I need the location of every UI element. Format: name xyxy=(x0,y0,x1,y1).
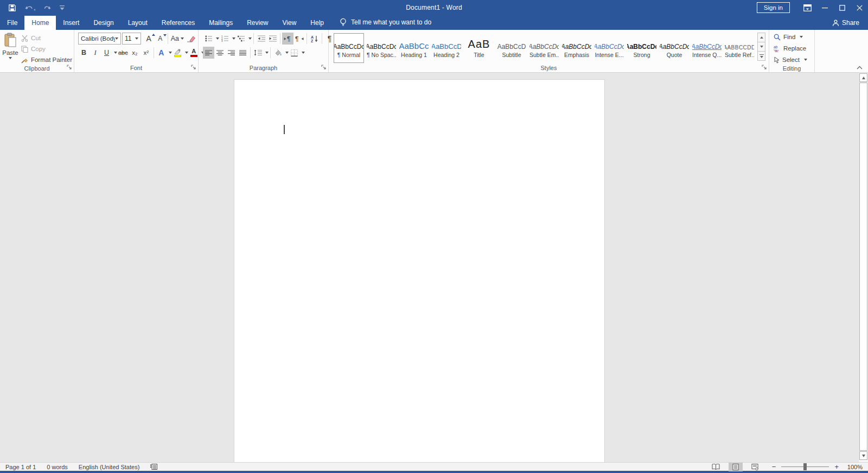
multilevel-dropdown-icon[interactable] xyxy=(248,37,252,40)
style-normal[interactable]: AaBbCcDc ¶ Normal xyxy=(334,33,364,63)
styles-gallery-scroll-down[interactable] xyxy=(757,42,765,52)
style-subtitle[interactable]: AaBbCcD Subtitle xyxy=(496,33,527,63)
customize-quick-access-icon[interactable] xyxy=(60,5,65,10)
style-intense-emphasis[interactable]: AaBbCcDc Intense E... xyxy=(594,33,624,63)
superscript-button[interactable]: x² xyxy=(141,47,152,59)
tab-review[interactable]: Review xyxy=(240,16,275,30)
tab-references[interactable]: References xyxy=(155,16,202,30)
font-dialog-launcher-icon[interactable] xyxy=(191,65,196,70)
tab-file[interactable]: File xyxy=(0,16,24,30)
tell-me-box[interactable]: Tell me what you want to do xyxy=(340,18,431,30)
tab-view[interactable]: View xyxy=(276,16,304,30)
replace-button[interactable]: abac Replace xyxy=(774,43,811,53)
tab-help[interactable]: Help xyxy=(303,16,331,30)
minimize-button[interactable] xyxy=(816,0,833,15)
paste-button[interactable]: Paste xyxy=(2,31,19,65)
style-subtle-emphasis[interactable]: AaBbCcDc Subtle Em... xyxy=(529,33,559,63)
underline-button[interactable]: U xyxy=(101,47,112,59)
align-left-button[interactable] xyxy=(203,47,214,59)
bullets-button[interactable] xyxy=(203,33,214,45)
justify-button[interactable] xyxy=(237,47,248,59)
save-icon[interactable] xyxy=(8,4,16,12)
rtl-text-direction-button[interactable]: ¶ xyxy=(293,33,305,45)
read-mode-button[interactable] xyxy=(709,463,723,471)
tab-insert[interactable]: Insert xyxy=(56,16,86,30)
paste-dropdown-icon[interactable] xyxy=(9,57,12,59)
zoom-slider[interactable] xyxy=(781,466,829,467)
numbering-button[interactable]: 123 xyxy=(219,33,231,45)
tab-mailings[interactable]: Mailings xyxy=(202,16,240,30)
strikethrough-button[interactable]: abc xyxy=(117,47,129,59)
text-effects-button[interactable]: A xyxy=(156,47,167,59)
maximize-button[interactable] xyxy=(833,0,851,15)
vertical-scrollbar[interactable] xyxy=(858,73,868,462)
style-heading-1[interactable]: AaBbCc Heading 1 xyxy=(399,33,429,63)
scrollbar-up-arrow[interactable] xyxy=(859,73,867,82)
align-center-button[interactable] xyxy=(214,47,226,59)
collapse-ribbon-button[interactable] xyxy=(857,66,863,70)
format-painter-button[interactable]: Format Painter xyxy=(21,55,72,65)
grow-font-button[interactable]: A xyxy=(143,33,155,45)
keyboard-status-icon[interactable] xyxy=(150,464,157,470)
scrollbar-thumb[interactable] xyxy=(859,83,867,451)
italic-button[interactable]: I xyxy=(90,47,101,59)
style-subtle-reference[interactable]: AABBCCDD Subtle Ref... xyxy=(724,33,755,63)
sort-button[interactable]: AZ xyxy=(309,33,320,45)
clipboard-dialog-launcher-icon[interactable] xyxy=(67,65,72,70)
page-indicator[interactable]: Page 1 of 1 xyxy=(5,464,36,470)
subscript-button[interactable]: x₂ xyxy=(129,47,141,59)
close-button[interactable] xyxy=(851,0,868,15)
zoom-slider-thumb[interactable] xyxy=(803,463,807,470)
select-button[interactable]: Select xyxy=(774,55,811,65)
cut-button[interactable]: Cut xyxy=(21,33,72,43)
undo-icon[interactable] xyxy=(24,4,35,11)
change-case-button[interactable]: Aa xyxy=(170,33,185,45)
scrollbar-down-arrow[interactable] xyxy=(859,451,867,460)
multilevel-list-button[interactable] xyxy=(235,33,247,45)
tab-layout[interactable]: Layout xyxy=(121,16,155,30)
style-emphasis[interactable]: AaBbCcDc Emphasis xyxy=(561,33,592,63)
font-family-combo[interactable]: Calibri (Body) xyxy=(78,33,121,45)
font-color-button[interactable]: A xyxy=(188,47,200,59)
shrink-font-button[interactable]: A xyxy=(155,33,166,45)
borders-button[interactable] xyxy=(289,47,300,59)
align-right-button[interactable] xyxy=(226,47,237,59)
document-page[interactable] xyxy=(234,80,604,462)
style-quote[interactable]: AaBbCcDc Quote xyxy=(659,33,690,63)
clear-formatting-button[interactable] xyxy=(185,33,196,45)
style-strong[interactable]: AaBbCcDc Strong xyxy=(627,33,657,63)
style-intense-quote[interactable]: AaBbCcDc Intense Q... xyxy=(692,33,722,63)
language-indicator[interactable]: English (United States) xyxy=(79,464,140,470)
share-button[interactable]: Share xyxy=(832,19,868,30)
styles-dialog-launcher-icon[interactable] xyxy=(762,65,767,70)
shading-button[interactable] xyxy=(272,47,284,59)
zoom-in-button[interactable]: + xyxy=(834,463,839,471)
bold-button[interactable]: B xyxy=(78,47,90,59)
borders-dropdown-icon[interactable] xyxy=(302,52,305,54)
tab-design[interactable]: Design xyxy=(86,16,120,30)
zoom-level[interactable]: 100% xyxy=(844,464,863,470)
line-spacing-dropdown-icon[interactable] xyxy=(265,52,269,54)
ltr-text-direction-button[interactable]: ¶ xyxy=(282,33,293,45)
sign-in-button[interactable]: Sign in xyxy=(757,2,790,13)
increase-indent-button[interactable] xyxy=(267,33,278,45)
styles-gallery-more-button[interactable] xyxy=(757,51,765,61)
word-count[interactable]: 0 words xyxy=(47,464,68,470)
copy-button[interactable]: Copy xyxy=(21,44,72,54)
styles-gallery-scroll-up[interactable] xyxy=(757,33,765,42)
decrease-indent-button[interactable] xyxy=(256,33,267,45)
find-button[interactable]: Find xyxy=(774,32,811,42)
style-no-spacing[interactable]: AaBbCcDc ¶ No Spac... xyxy=(366,33,397,63)
print-layout-button[interactable] xyxy=(729,463,743,471)
web-layout-button[interactable] xyxy=(748,463,762,471)
tab-home[interactable]: Home xyxy=(24,16,56,30)
redo-icon[interactable] xyxy=(43,4,52,11)
ribbon-display-options-icon[interactable] xyxy=(799,0,816,15)
zoom-out-button[interactable]: − xyxy=(772,463,776,471)
style-heading-2[interactable]: AaBbCcD Heading 2 xyxy=(431,33,462,63)
line-spacing-button[interactable] xyxy=(252,47,264,59)
style-title[interactable]: AaB Title xyxy=(464,33,494,63)
text-highlight-button[interactable] xyxy=(172,47,183,59)
font-size-combo[interactable]: 11 xyxy=(122,33,141,45)
paragraph-dialog-launcher-icon[interactable] xyxy=(321,65,327,70)
